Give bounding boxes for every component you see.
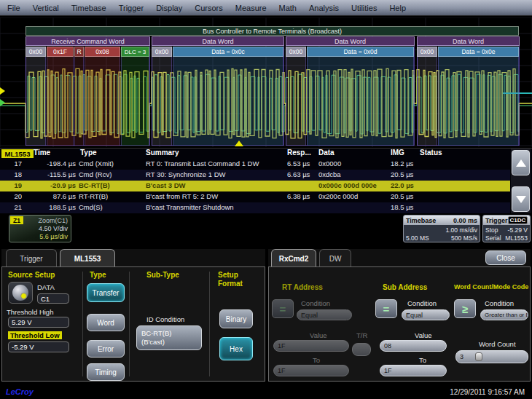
tr-button[interactable]	[352, 343, 371, 356]
threshold-low-field[interactable]: -5.29 V	[8, 341, 69, 352]
menu-item-display[interactable]: Display	[156, 4, 182, 12]
zone-tr	[74, 57, 84, 146]
threshold-high-field[interactable]: 5.29 V	[8, 317, 69, 328]
cell-time: -198.4 µs	[25, 159, 76, 167]
cell-resp: 6.38 µs	[287, 192, 318, 200]
cell-img: 22.0 µs	[391, 181, 420, 189]
decode-table-tag[interactable]: ML1553	[1, 149, 34, 158]
cell-index: 21	[0, 203, 22, 211]
menu-item-analysis[interactable]: Analysis	[309, 4, 339, 12]
scroll-up-button[interactable]	[512, 150, 530, 175]
menu-item-measure[interactable]: Measure	[235, 4, 267, 12]
type-timing-button[interactable]: Timing	[87, 363, 125, 381]
zone-data3	[438, 57, 519, 146]
field-tr-bit: R	[74, 47, 84, 57]
oscilloscope-screen: File Vertical Timebase Trigger Display C…	[0, 0, 532, 399]
ground-level-marker[interactable]	[0, 99, 5, 106]
format-binary-button[interactable]: Binary	[219, 309, 253, 328]
menu-item-math[interactable]: Math	[279, 4, 297, 12]
trigger-descriptor[interactable]: TriggerC1DC Stop-5.29 V SerialML1553	[482, 215, 531, 242]
cell-resp: 6.63 µs	[287, 170, 318, 178]
trigger-position-marker[interactable]	[235, 141, 243, 146]
tab-ml1553-label: ML1553	[74, 255, 101, 263]
slider-thumb[interactable]	[475, 352, 482, 361]
cell-img: 20.5 µs	[391, 192, 420, 200]
lecroy-logo: LeCroy	[6, 387, 34, 396]
scroll-down-button[interactable]	[512, 186, 530, 212]
close-button[interactable]: Close	[485, 250, 526, 265]
source-knob-icon[interactable]	[8, 282, 33, 304]
type-word-button[interactable]: Word	[87, 314, 125, 331]
threshold-high-label: Threshold High	[7, 308, 53, 316]
type-transfer-button[interactable]: Transfer	[87, 283, 125, 302]
zoom-trace-descriptor[interactable]: Z1 Zoom(C1) 4.50 V/div 5.6 µs/div	[9, 215, 71, 242]
zone-gap4	[417, 57, 437, 146]
timebase-label: Timebase	[406, 217, 436, 224]
rxcmd2-dialog: RxCmd2 DW Close RT Address = Condition E…	[268, 249, 531, 382]
decode-word-dw3: Data Word	[417, 36, 520, 46]
rt-address-title: RT Address	[282, 283, 323, 291]
id-condition-line1: BC-RT(B)	[141, 329, 172, 338]
tab-ml1553[interactable]: ML1553	[60, 249, 115, 267]
rt-condition-field[interactable]: Equal	[297, 309, 352, 320]
table-scrollbar[interactable]	[511, 149, 531, 213]
format-title-line2: Format	[218, 280, 243, 288]
field-rt-address: 0x1F	[47, 47, 74, 57]
trigger-level: -5.29 V	[508, 226, 528, 234]
table-row[interactable]: 20 87.6 µs RT-RT(B) B'cast from RT 5: 2 …	[0, 191, 510, 202]
channel-level-marker[interactable]	[0, 87, 5, 95]
cell-type: Cmd(S)	[79, 203, 144, 211]
waveform-grid[interactable]: Bus Controller to Remote Terminals (Broa…	[0, 17, 532, 147]
sub-to-label: To	[419, 356, 426, 364]
format-title-line1: Setup	[218, 271, 238, 279]
menu-item-utilities[interactable]: Utilities	[351, 4, 377, 12]
menu-item-help[interactable]: Help	[389, 4, 406, 12]
rt-to-field[interactable]: 1F	[273, 365, 349, 376]
source-select-field[interactable]: C1	[37, 293, 69, 304]
field-data1: Data = 0x0c	[173, 47, 283, 57]
field-gap4: 0x00	[417, 47, 437, 57]
sub-condition-field[interactable]: Equal	[402, 309, 450, 320]
zone-sa	[85, 57, 120, 146]
sub-equal-operator-button[interactable]: =	[375, 299, 397, 318]
rt-value-label: Value	[310, 331, 327, 339]
wc-ge-operator-button[interactable]: ≥	[454, 299, 476, 318]
decode-table: ML1553 Time Type Summary Resp... Data IM…	[0, 148, 532, 213]
rt-value-field[interactable]: 1F	[273, 340, 349, 352]
rt-equal-operator-button[interactable]: =	[272, 299, 294, 318]
table-row[interactable]: 21 188.5 µs Cmd(S) B'cast Transmitter Sh…	[0, 202, 510, 213]
id-condition-button[interactable]: BC-RT(B) (B'cast)	[136, 325, 202, 350]
timebase-samples: 5.00 MS	[406, 234, 429, 242]
menu-item-file[interactable]: File	[7, 4, 20, 12]
cell-index: 20	[0, 192, 22, 200]
tab-dw[interactable]: DW	[319, 249, 351, 267]
wc-value-slider[interactable]: 3	[455, 350, 528, 363]
zoom-hdiv-label: 5.6 µs/div	[39, 233, 68, 240]
menu-item-cursors[interactable]: Cursors	[195, 4, 223, 12]
field-data3: Data = 0x0e	[438, 47, 519, 57]
table-row[interactable]: 17 -198.4 µs Cmd (Xmit) RT 0: Transmit L…	[0, 159, 510, 170]
cell-data: 0x200c 000d	[318, 192, 390, 200]
tab-trigger[interactable]: Trigger	[6, 249, 57, 267]
menu-item-timebase[interactable]: Timebase	[71, 4, 106, 12]
col-header-status: Status	[420, 149, 442, 159]
type-error-button[interactable]: Error	[87, 340, 125, 357]
cell-type: RT-RT(B)	[79, 192, 144, 200]
wc-condition-field[interactable]: Greater than or E	[480, 309, 528, 320]
tab-rxcmd2[interactable]: RxCmd2	[271, 249, 316, 267]
sub-to-field[interactable]: 1F	[380, 365, 447, 376]
timebase-offset: 0.00 ms	[453, 217, 477, 224]
menu-item-vertical[interactable]: Vertical	[33, 4, 59, 12]
table-row-selected[interactable]: 19 -20.9 µs BC-RT(B) B'cast 3 DW 0x000c …	[0, 181, 510, 191]
sub-value-field[interactable]: 08	[380, 340, 447, 352]
sub-condition-label: Condition	[407, 299, 437, 307]
format-hex-button[interactable]: Hex	[219, 337, 253, 360]
sub-address-title: Sub Address	[383, 283, 427, 291]
table-row[interactable]: 18 -115.5 µs Cmd (Rcv) RT 30: Synchroniz…	[0, 170, 510, 181]
menu-item-trigger[interactable]: Trigger	[119, 4, 144, 12]
zone-gap1	[26, 57, 46, 146]
timebase-descriptor[interactable]: Timebase0.00 ms 1.00 ms/div 5.00 MS500 M…	[403, 215, 480, 242]
field-gap1: 0x00	[26, 47, 46, 57]
field-gap2: 0x00	[152, 47, 172, 57]
data-label: DATA	[37, 283, 55, 291]
